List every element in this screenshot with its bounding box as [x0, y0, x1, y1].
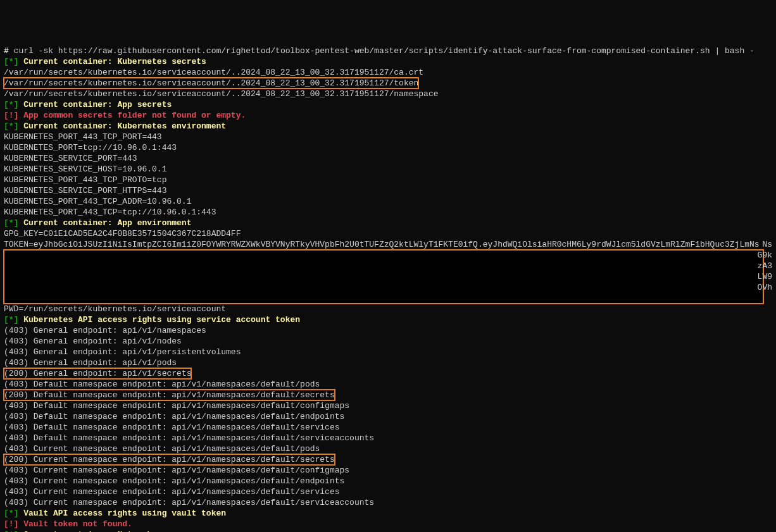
namespace-path: /var/run/secrets/kubernetes.io/serviceac…: [4, 89, 439, 99]
api-code: (403): [4, 423, 28, 432]
env-var: KUBERNETES_PORT_443_TCP_PROTO=tcp: [4, 175, 166, 185]
api-text: General endpoint: api/v1/namespaces: [28, 326, 206, 335]
redacted-token-block: G9kzA3LW9OVh: [4, 250, 772, 304]
api-text: Default namespace endpoint: api/v1/names…: [28, 412, 344, 421]
env-line-7: KUBERNETES_PORT_443_TCP=tcp://10.96.0.1:…: [4, 207, 772, 218]
warn-text: [!] Vault token not found.: [4, 519, 132, 529]
gpg-line: GPG_KEY=C01E1CAD5EA2C4F0B8E3571504C367C2…: [4, 228, 772, 239]
redacted-box: [4, 250, 763, 304]
env-line-4: KUBERNETES_PORT_443_TCP_PROTO=tcp: [4, 175, 772, 185]
api-code: (403): [4, 412, 28, 421]
pwd-var: PWD=/run/secrets/kubernetes.io/serviceac…: [4, 304, 226, 314]
marker-icon: [*]: [4, 315, 18, 325]
api-text: Default namespace endpoint: api/v1/names…: [28, 390, 335, 400]
api-code: (403): [4, 401, 28, 411]
api-result-15: (403) Current namespace endpoint: api/v1…: [4, 486, 772, 497]
api-code: (403): [4, 347, 28, 357]
line-ca-crt: /var/run/secrets/kubernetes.io/serviceac…: [4, 67, 772, 78]
api-text: Current namespace endpoint: api/v1/names…: [28, 487, 339, 497]
token-path: /var/run/secrets/kubernetes.io/serviceac…: [4, 78, 418, 89]
api-text: Current namespace endpoint: api/v1/names…: [28, 466, 349, 475]
api-boxed: (200) General endpoint: api/v1/secrets: [4, 368, 191, 379]
env-var: KUBERNETES_SERVICE_PORT=443: [4, 154, 137, 163]
api-result-10: (403) Default namespace endpoint: api/v1…: [4, 433, 772, 443]
command: curl -sk https://raw.githubusercontent.c…: [14, 46, 754, 56]
api-code: (403): [4, 358, 28, 368]
api-code: (403): [4, 476, 28, 486]
marker-icon: [*]: [4, 57, 18, 66]
api-result-13: (403) Current namespace endpoint: api/v1…: [4, 465, 772, 476]
env-line-1: KUBERNETES_PORT=tcp://10.96.0.1:443: [4, 142, 772, 153]
k8s-api-header: [*] Kubernetes API access rights using s…: [4, 314, 772, 325]
env-line-0: KUBERNETES_PORT_443_TCP_PORT=443: [4, 132, 772, 142]
app-secrets-header: [*] Current container: App secrets: [4, 99, 772, 110]
api-result-8: (403) Default namespace endpoint: api/v1…: [4, 411, 772, 422]
api-code: (403): [4, 337, 28, 346]
header-text: Current container: Kubernetes secrets: [18, 57, 206, 66]
api-result-14: (403) Current namespace endpoint: api/v1…: [4, 476, 772, 486]
api-text: General endpoint: api/v1/secrets: [28, 369, 191, 378]
api-text: Current namespace endpoint: api/v1/names…: [28, 476, 344, 486]
api-code: (403): [4, 444, 28, 454]
api-text: Default namespace endpoint: api/v1/names…: [28, 380, 320, 389]
header-text: Vault API access rights using vault toke…: [18, 509, 226, 518]
token-frag-0: Ns: [762, 239, 772, 250]
app-secrets-warn: [!] App common secrets folder not found …: [4, 110, 772, 121]
env-var: KUBERNETES_PORT_443_TCP=tcp://10.96.0.1:…: [4, 207, 216, 217]
vault-header: [*] Vault API access rights using vault …: [4, 508, 772, 519]
token-frag-1: G9k: [758, 250, 772, 261]
header-text: Current container: App secrets: [18, 100, 172, 109]
api-text: Current namespace endpoint: api/v1/names…: [28, 444, 320, 454]
api-result-0: (403) General endpoint: api/v1/namespace…: [4, 325, 772, 336]
api-code: (403): [4, 487, 28, 497]
token-frag-3: LW9: [758, 271, 772, 282]
line-token-path: /var/run/secrets/kubernetes.io/serviceac…: [4, 78, 772, 89]
api-result-5: (403) Default namespace endpoint: api/v1…: [4, 379, 772, 390]
network-header: [*] Current container: Network: [4, 529, 772, 532]
marker-icon: [*]: [4, 121, 18, 131]
token-line: TOKEN=eyJhbGciOiJSUzI1NiIsImtpZCI6Im1iZ0…: [4, 239, 772, 250]
api-result-9: (403) Default namespace endpoint: api/v1…: [4, 422, 772, 433]
marker-icon: [*]: [4, 100, 18, 109]
api-code: (403): [4, 433, 28, 443]
api-result-7: (403) Default namespace endpoint: api/v1…: [4, 400, 772, 411]
env-var: KUBERNETES_PORT_443_TCP_PORT=443: [4, 132, 162, 142]
api-code: (403): [4, 380, 28, 389]
api-text: Default namespace endpoint: api/v1/names…: [28, 401, 349, 411]
k8s-env-header: [*] Current container: Kubernetes enviro…: [4, 121, 772, 132]
pwd-line: PWD=/run/secrets/kubernetes.io/serviceac…: [4, 304, 772, 314]
api-result-3: (403) General endpoint: api/v1/pods: [4, 357, 772, 368]
api-code: (200): [4, 390, 28, 400]
api-text: Default namespace endpoint: api/v1/names…: [28, 433, 374, 443]
api-result-1: (403) General endpoint: api/v1/nodes: [4, 336, 772, 347]
header-text: Current container: App environment: [18, 218, 191, 228]
api-result-11: (403) Current namespace endpoint: api/v1…: [4, 443, 772, 454]
ca-crt-path: /var/run/secrets/kubernetes.io/serviceac…: [4, 68, 423, 77]
app-env-header: [*] Current container: App environment: [4, 218, 772, 228]
env-var: KUBERNETES_SERVICE_PORT_HTTPS=443: [4, 186, 166, 195]
api-text: Current namespace endpoint: api/v1/names…: [28, 455, 335, 464]
api-result-12: (200) Current namespace endpoint: api/v1…: [4, 454, 772, 465]
env-var: KUBERNETES_PORT_443_TCP_ADDR=10.96.0.1: [4, 197, 191, 206]
env-var: KUBERNETES_PORT=tcp://10.96.0.1:443: [4, 143, 177, 152]
header-text: Kubernetes API access rights using servi…: [18, 315, 300, 325]
token-frag-2: zA3: [758, 261, 772, 271]
k8s-secrets-header: [*] Current container: Kubernetes secret…: [4, 56, 772, 67]
marker-icon: [*]: [4, 218, 18, 228]
prompt: #: [4, 46, 14, 56]
api-text: General endpoint: api/v1/persistentvolum…: [28, 347, 241, 357]
token-frag-4: OVh: [758, 282, 772, 293]
api-result-16: (403) Current namespace endpoint: api/v1…: [4, 497, 772, 508]
vault-warn: [!] Vault token not found.: [4, 519, 772, 529]
api-result-4: (200) General endpoint: api/v1/secrets: [4, 368, 772, 379]
marker-icon: [*]: [4, 509, 18, 518]
api-boxed: (200) Default namespace endpoint: api/v1…: [4, 390, 335, 400]
api-text: Current namespace endpoint: api/v1/names…: [28, 498, 374, 507]
line-namespace: /var/run/secrets/kubernetes.io/serviceac…: [4, 89, 772, 99]
api-text: Default namespace endpoint: api/v1/names…: [28, 423, 339, 432]
api-result-6: (200) Default namespace endpoint: api/v1…: [4, 390, 772, 400]
api-result-2: (403) General endpoint: api/v1/persisten…: [4, 347, 772, 357]
token-value-prefix: TOKEN=eyJhbGciOiJSUzI1NiIsImtpZCI6Im1iZ0…: [4, 240, 760, 249]
api-code: (200): [4, 455, 28, 464]
terminal-output[interactable]: # curl -sk https://raw.githubusercontent…: [4, 46, 772, 532]
